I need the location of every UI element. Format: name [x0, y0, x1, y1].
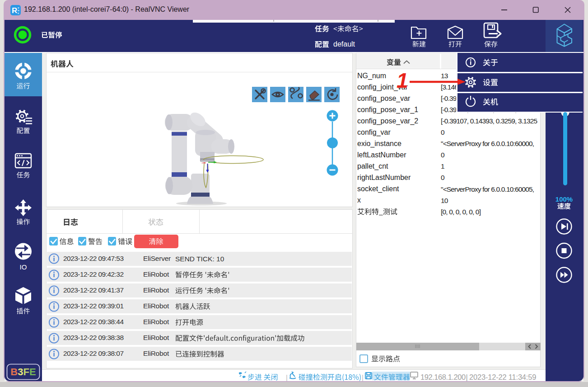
svg-text:R: R	[12, 6, 17, 15]
svg-text:|: |	[286, 373, 288, 381]
svg-text:SEND TICK: 10: SEND TICK: 10	[175, 255, 224, 263]
svg-text:IO: IO	[20, 263, 27, 271]
svg-text:100%: 100%	[555, 195, 573, 203]
svg-text:1: 1	[397, 69, 408, 92]
svg-text:|: |	[362, 373, 364, 381]
